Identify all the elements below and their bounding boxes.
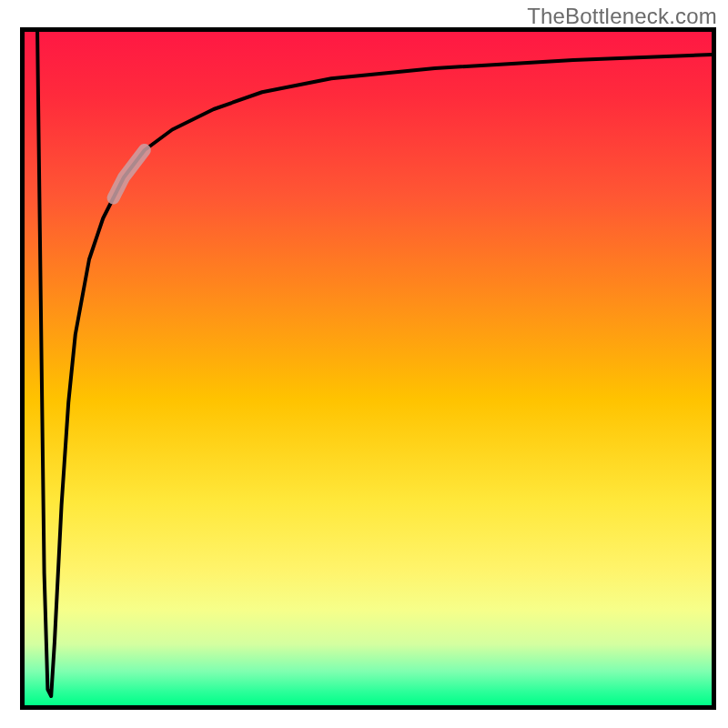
plot-gradient-background bbox=[20, 27, 712, 710]
chart-container: TheBottleneck.com bbox=[0, 0, 728, 728]
plot-right-border bbox=[712, 27, 716, 710]
plot-top-border bbox=[20, 27, 716, 32]
watermark-label: TheBottleneck.com bbox=[527, 4, 717, 29]
